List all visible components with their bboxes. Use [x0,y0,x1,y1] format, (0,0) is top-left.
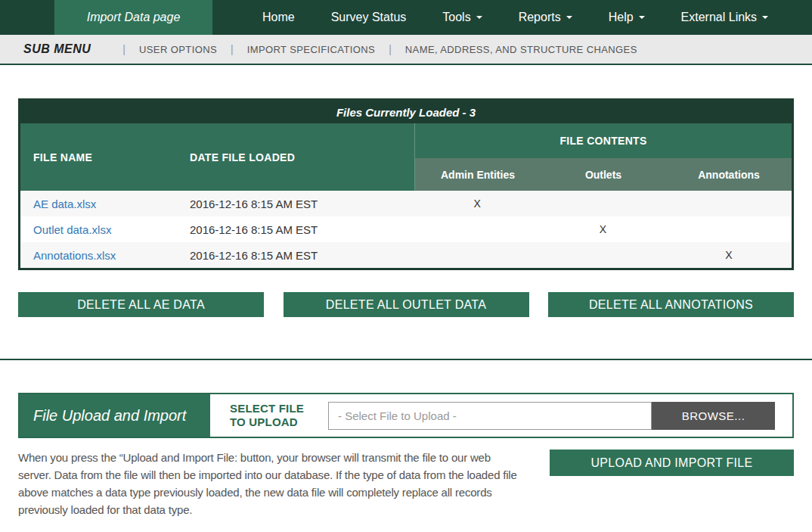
select-file-input[interactable] [328,402,652,430]
files-loaded-table: Files Currently Loaded - 3 FILE NAME DAT… [18,98,794,270]
file-contents-subheaders: Admin Entities Outlets Annotations [415,158,792,191]
file-link[interactable]: Annotations.xlsx [33,249,116,262]
column-header-label: FILE NAME [33,151,92,163]
chevron-down-icon [639,16,645,19]
date-loaded-cell: 2016-12-16 8:15 AM EST [190,223,414,236]
submenu-separator: | [389,43,392,55]
table-header: FILE NAME DATE FILE LOADED FILE CONTENTS… [20,123,792,191]
submenu-item-name-address-structure-changes[interactable]: NAME, ADDRESS, AND STRUCTURE CHANGES [405,44,637,55]
nav-item-label: Survey Status [331,11,407,24]
nav-item-home[interactable]: Home [244,0,313,35]
file-name-cell: Annotations.xlsx [20,249,190,262]
submenu-separator: | [122,43,126,55]
submenu-separator: | [231,43,234,55]
select-file-label: SELECT FILE TO UPLOAD [230,402,316,429]
nav-item-survey-status[interactable]: Survey Status [313,0,425,35]
column-header-file-contents: FILE CONTENTS [415,123,792,158]
nav-item-label: External Links [681,11,758,24]
column-header-file-name: FILE NAME [20,123,190,191]
column-header-outlets: Outlets [541,158,666,191]
column-header-date-loaded: DATE FILE LOADED [190,123,414,191]
nav-item-label: Reports [519,11,561,24]
submenu-item-import-specifications[interactable]: IMPORT SPECIFICATIONS [247,44,375,55]
column-header-label: DATE FILE LOADED [190,151,295,163]
table-body: AE data.xlsx 2016-12-16 8:15 AM EST X Ou… [20,191,792,268]
sub-menu-bar: SUB MENU | USER OPTIONS | IMPORT SPECIFI… [0,35,812,65]
main-content: Files Currently Loaded - 3 FILE NAME DAT… [0,98,812,317]
upload-description: When you press the “Upload and Import Fi… [18,450,523,519]
column-header-annotations: Annotations [666,158,792,191]
upload-section: File Upload and Import SELECT FILE TO UP… [0,393,812,519]
chevron-down-icon [476,16,482,19]
nav-item-label: Help [609,11,634,24]
chevron-down-icon [566,16,572,19]
browse-button[interactable]: BROWSE... [652,402,775,430]
delete-all-annotations-button[interactable]: DELETE ALL ANNOTATIONS [548,292,794,317]
upload-and-import-button[interactable]: UPLOAD AND IMPORT FILE [550,450,794,476]
submenu-item-user-options[interactable]: USER OPTIONS [139,44,217,55]
nav-item-help[interactable]: Help [590,0,663,35]
admin-entities-mark: X [414,198,540,210]
upload-section-title: File Upload and Import [20,394,210,437]
column-group-file-contents: FILE CONTENTS Admin Entities Outlets Ann… [414,123,792,191]
top-navigation-bar: Import Data page Home Survey Status Tool… [0,0,812,35]
file-link[interactable]: Outlet data.xlsx [33,223,111,236]
file-name-cell: Outlet data.xlsx [20,223,190,236]
nav-item-label: Tools [442,11,470,24]
table-row: Outlet data.xlsx 2016-12-16 8:15 AM EST … [20,216,792,242]
file-link[interactable]: AE data.xlsx [33,198,96,210]
table-row: AE data.xlsx 2016-12-16 8:15 AM EST X [20,191,792,216]
file-upload-bar: File Upload and Import SELECT FILE TO UP… [18,393,794,438]
nav-item-external-links[interactable]: External Links [663,0,787,35]
outlets-mark: X [540,223,665,235]
date-loaded-cell: 2016-12-16 8:15 AM EST [190,198,414,210]
delete-all-outlet-data-button[interactable]: DELETE ALL OUTLET DATA [284,292,529,317]
nav-item-tools[interactable]: Tools [424,0,500,35]
date-loaded-cell: 2016-12-16 8:15 AM EST [190,249,414,262]
column-header-label: FILE CONTENTS [559,135,646,147]
column-header-admin-entities: Admin Entities [415,158,541,191]
table-row: Annotations.xlsx 2016-12-16 8:15 AM EST … [20,242,792,268]
delete-all-ae-data-button[interactable]: DELETE ALL AE DATA [18,292,264,317]
nav-item-label: Home [262,11,295,24]
annotations-mark: X [666,249,792,261]
nav-items: Home Survey Status Tools Reports Help Ex… [244,0,786,35]
upload-footer: When you press the “Upload and Import Fi… [18,450,794,519]
table-title: Files Currently Loaded - 3 [20,101,792,123]
chevron-down-icon [762,16,768,19]
tab-import-data-page[interactable]: Import Data page [54,0,212,35]
file-name-cell: AE data.xlsx [20,198,190,210]
submenu-title: SUB MENU [23,42,91,56]
delete-actions-row: DELETE ALL AE DATA DELETE ALL OUTLET DAT… [18,292,794,317]
nav-item-reports[interactable]: Reports [501,0,590,35]
section-divider [0,359,812,360]
